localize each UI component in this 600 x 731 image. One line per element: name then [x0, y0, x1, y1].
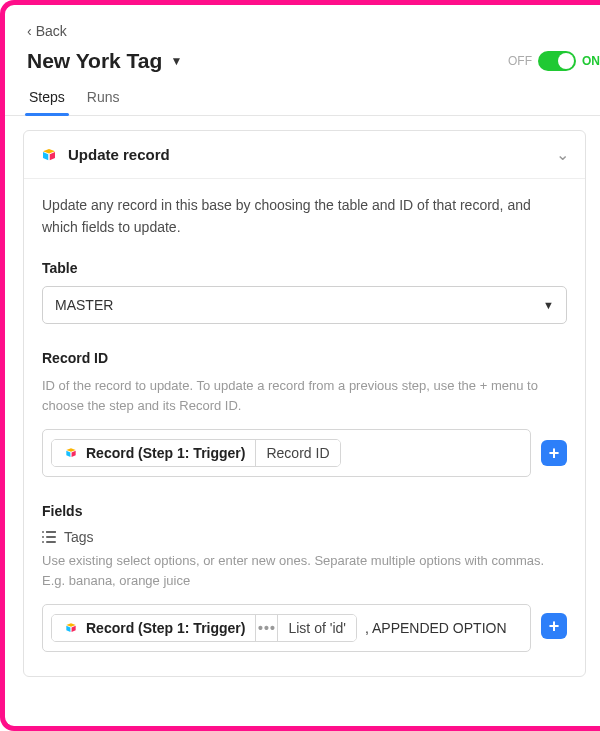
- page-title: New York Tag: [27, 49, 162, 73]
- step-header[interactable]: Update record ⌄: [24, 131, 585, 179]
- token-field: Record ID: [255, 440, 339, 466]
- svg-marker-7: [66, 626, 70, 632]
- table-label: Table: [42, 260, 567, 276]
- add-token-button[interactable]: +: [541, 613, 567, 639]
- tags-input[interactable]: Record (Step 1: Trigger) ••• List of 'id…: [42, 604, 531, 652]
- svg-marker-1: [43, 152, 48, 160]
- airtable-icon: [40, 146, 58, 164]
- svg-marker-2: [50, 152, 55, 160]
- caret-down-icon: ▼: [543, 299, 554, 311]
- caret-down-icon: ▼: [170, 54, 182, 68]
- step-title: Update record: [68, 146, 170, 163]
- toggle-on-label: ON: [582, 54, 600, 68]
- airtable-icon: [62, 446, 80, 460]
- add-token-button[interactable]: +: [541, 440, 567, 466]
- table-value: MASTER: [55, 297, 113, 313]
- toggle-off-label: OFF: [508, 54, 532, 68]
- svg-marker-5: [72, 451, 76, 457]
- tab-steps[interactable]: Steps: [27, 83, 67, 115]
- record-id-help: ID of the record to update. To update a …: [42, 376, 567, 415]
- tab-runs[interactable]: Runs: [85, 83, 122, 115]
- chevron-down-icon: ⌄: [556, 145, 569, 164]
- tags-suffix-text: , APPENDED OPTION: [365, 620, 507, 636]
- token-source: Record (Step 1: Trigger): [86, 620, 245, 636]
- back-label: Back: [36, 23, 67, 39]
- airtable-icon: [62, 621, 80, 635]
- automation-title-dropdown[interactable]: New York Tag ▼: [27, 49, 182, 73]
- record-id-token[interactable]: Record (Step 1: Trigger) Record ID: [51, 439, 341, 467]
- enabled-toggle[interactable]: [538, 51, 576, 71]
- fields-label: Fields: [42, 503, 567, 519]
- record-id-label: Record ID: [42, 350, 567, 366]
- token-menu-button[interactable]: •••: [255, 615, 277, 641]
- step-description: Update any record in this base by choosi…: [42, 195, 567, 238]
- table-select[interactable]: MASTER ▼: [42, 286, 567, 324]
- record-id-input[interactable]: Record (Step 1: Trigger) Record ID: [42, 429, 531, 477]
- tags-help: Use existing select options, or enter ne…: [42, 551, 567, 590]
- chevron-left-icon: ‹: [27, 23, 32, 39]
- token-source: Record (Step 1: Trigger): [86, 445, 245, 461]
- multiselect-icon: [42, 531, 56, 543]
- svg-marker-8: [72, 626, 76, 632]
- token-field: List of 'id': [277, 615, 355, 641]
- field-name-tags: Tags: [64, 529, 94, 545]
- tags-token[interactable]: Record (Step 1: Trigger) ••• List of 'id…: [51, 614, 357, 642]
- svg-marker-4: [66, 451, 70, 457]
- back-link[interactable]: ‹ Back: [5, 23, 600, 47]
